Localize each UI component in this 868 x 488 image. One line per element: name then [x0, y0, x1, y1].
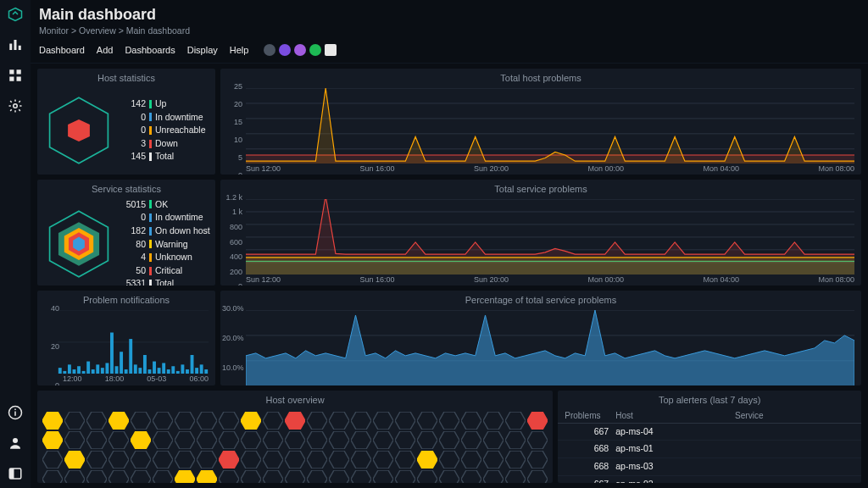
- host-hex-cell[interactable]: [175, 470, 195, 483]
- host-hex-cell[interactable]: [329, 470, 349, 483]
- host-hex-cell[interactable]: [373, 470, 393, 483]
- col-service[interactable]: Service: [735, 410, 854, 421]
- host-hex-cell[interactable]: [131, 431, 151, 449]
- host-hex-cell[interactable]: [131, 470, 151, 483]
- host-hex-cell[interactable]: [417, 470, 437, 483]
- host-hex-cell[interactable]: [351, 431, 371, 449]
- alert-row[interactable]: 668 ap-ms-01: [558, 441, 861, 458]
- host-hex-cell[interactable]: [153, 412, 173, 430]
- host-overview-grid[interactable]: [37, 408, 553, 483]
- host-hex-cell[interactable]: [505, 431, 526, 449]
- info-icon[interactable]: [8, 405, 23, 420]
- host-hex-cell[interactable]: [483, 451, 504, 469]
- host-hex-cell[interactable]: [241, 470, 261, 483]
- grid-icon[interactable]: [8, 68, 23, 83]
- host-hex-cell[interactable]: [527, 451, 548, 469]
- host-hex-cell[interactable]: [351, 470, 371, 483]
- stat-row[interactable]: 0 Unreachable: [120, 125, 206, 136]
- host-hex-cell[interactable]: [64, 470, 85, 483]
- stat-row[interactable]: 5331 Total: [120, 278, 210, 286]
- host-hex-cell[interactable]: [285, 431, 305, 449]
- host-hex-cell[interactable]: [505, 412, 526, 430]
- host-hex-cell[interactable]: [483, 431, 504, 449]
- host-hex-cell[interactable]: [219, 431, 239, 449]
- host-hex-cell[interactable]: [86, 470, 107, 483]
- host-hex-cell[interactable]: [241, 451, 261, 469]
- host-hex-cell[interactable]: [108, 412, 129, 430]
- host-hex-cell[interactable]: [329, 431, 349, 449]
- stat-row[interactable]: 50 Critical: [120, 265, 210, 277]
- stat-row[interactable]: 182 On down host: [120, 225, 210, 237]
- host-hex-cell[interactable]: [307, 451, 327, 469]
- host-hex-cell[interactable]: [64, 431, 85, 449]
- menu-display[interactable]: Display: [187, 44, 218, 56]
- alert-triangle-icon[interactable]: [279, 44, 291, 56]
- host-hex-cell[interactable]: [505, 470, 526, 483]
- col-host[interactable]: Host: [615, 410, 735, 421]
- pct-service-chart[interactable]: 010.0%20.0%30.0%04-0404-0604-0804-1004-1…: [220, 308, 861, 386]
- host-hex-cell[interactable]: [351, 451, 371, 469]
- host-hex-cell[interactable]: [175, 412, 195, 430]
- stat-row[interactable]: 0 In downtime: [120, 212, 210, 224]
- host-hex-cell[interactable]: [307, 412, 327, 430]
- host-hex-cell[interactable]: [64, 412, 85, 430]
- menu-dashboards[interactable]: Dashboards: [125, 44, 175, 56]
- host-hex-cell[interactable]: [395, 451, 415, 469]
- alert-row[interactable]: 667 ap-ms-02: [558, 476, 861, 483]
- col-problems[interactable]: Problems: [565, 410, 615, 421]
- menu-help[interactable]: Help: [230, 44, 249, 56]
- host-hex-cell[interactable]: [263, 470, 283, 483]
- window-icon[interactable]: [325, 44, 337, 56]
- host-hex-cell[interactable]: [439, 451, 459, 469]
- host-hex-cell[interactable]: [439, 412, 459, 430]
- host-hex-cell[interactable]: [395, 470, 415, 483]
- host-hex-cell[interactable]: [527, 412, 548, 430]
- host-hex-cell[interactable]: [285, 412, 305, 430]
- globe-icon[interactable]: [264, 44, 275, 56]
- host-hex-cell[interactable]: [439, 431, 459, 449]
- user-icon[interactable]: [8, 435, 23, 451]
- host-hex-cell[interactable]: [64, 451, 85, 469]
- host-hex-cell[interactable]: [285, 451, 305, 469]
- alert-row[interactable]: 667 ap-ms-04: [558, 424, 861, 441]
- host-hex-cell[interactable]: [197, 431, 217, 449]
- host-hex-cell[interactable]: [417, 451, 437, 469]
- host-hex-cell[interactable]: [241, 431, 261, 449]
- host-hex-cell[interactable]: [461, 431, 481, 449]
- host-hex-cell[interactable]: [307, 431, 327, 449]
- bar-chart-icon[interactable]: [8, 37, 23, 53]
- notifications-chart[interactable]: 0204012:0018:0005-0306:00: [37, 308, 215, 386]
- host-hex-cell[interactable]: [439, 470, 459, 483]
- host-hex-cell[interactable]: [527, 431, 548, 449]
- host-hex-cell[interactable]: [153, 451, 173, 469]
- stat-row[interactable]: 4 Unknown: [120, 252, 210, 263]
- host-hex-cell[interactable]: [461, 470, 481, 483]
- host-hex-cell[interactable]: [373, 451, 393, 469]
- stat-row[interactable]: 145 Total: [120, 151, 206, 163]
- host-hex-cell[interactable]: [417, 431, 437, 449]
- host-hex-cell[interactable]: [131, 412, 151, 430]
- host-hex-cell[interactable]: [153, 470, 173, 483]
- stat-row[interactable]: 80 Warning: [120, 239, 210, 251]
- host-hex-cell[interactable]: [373, 412, 393, 430]
- stat-row[interactable]: 3 Down: [120, 138, 206, 150]
- host-hex-cell[interactable]: [329, 412, 349, 430]
- app-icon[interactable]: [309, 44, 321, 56]
- host-hex-cell[interactable]: [219, 451, 239, 469]
- stat-row[interactable]: 5015 OK: [120, 199, 210, 211]
- host-hex-cell[interactable]: [263, 431, 283, 449]
- gear-icon[interactable]: [8, 98, 23, 114]
- logo-icon[interactable]: [8, 7, 23, 22]
- breadcrumb[interactable]: Monitor > Overview > Main dashboard: [39, 25, 860, 37]
- host-hex-cell[interactable]: [329, 451, 349, 469]
- host-hex-cell[interactable]: [42, 431, 63, 449]
- host-hex-cell[interactable]: [351, 412, 371, 430]
- host-hex-cell[interactable]: [241, 412, 261, 430]
- host-hex-cell[interactable]: [86, 412, 107, 430]
- host-hex-cell[interactable]: [197, 412, 217, 430]
- host-hex-cell[interactable]: [219, 470, 239, 483]
- host-hex-cell[interactable]: [263, 451, 283, 469]
- host-hex-cell[interactable]: [219, 412, 239, 430]
- host-hex-cell[interactable]: [42, 451, 63, 469]
- host-hex-cell[interactable]: [153, 431, 173, 449]
